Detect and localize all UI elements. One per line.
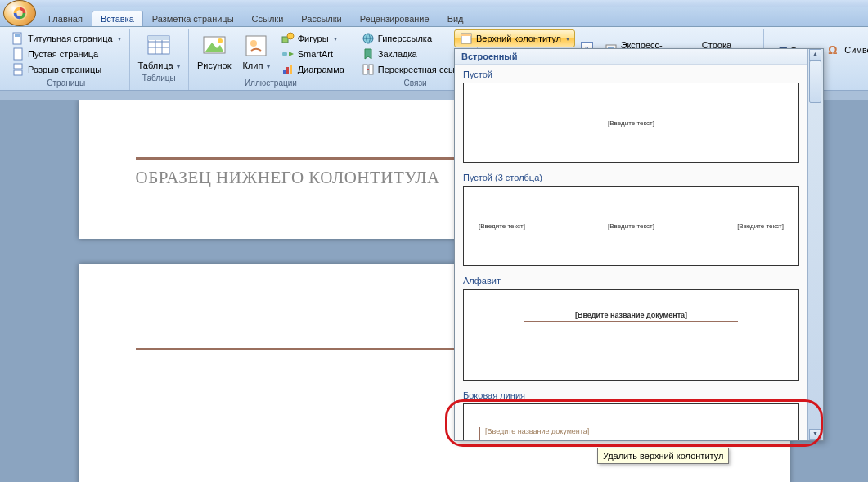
svg-rect-21 <box>283 70 286 74</box>
svg-rect-5 <box>14 70 22 75</box>
svg-rect-15 <box>246 36 266 56</box>
tab-refs[interactable]: Ссылки <box>243 11 293 26</box>
tab-view[interactable]: Вид <box>438 11 473 26</box>
crossref-icon <box>362 63 375 76</box>
svg-marker-20 <box>289 52 294 56</box>
tab-layout[interactable]: Разметка страницы <box>143 11 243 26</box>
clip-icon <box>243 33 269 59</box>
gallery-item-label: Боковая линия <box>463 390 799 400</box>
chart-icon <box>281 63 295 76</box>
scroll-down-arrow[interactable]: ▼ <box>809 429 821 440</box>
hyperlink-icon <box>362 32 375 45</box>
group-tables: Таблица ▾ Таблицы <box>130 29 189 90</box>
tab-mail[interactable]: Рассылки <box>292 11 350 26</box>
preview-placeholder: [Введите текст] <box>737 223 784 230</box>
header-dropdown-button[interactable]: Верхний колонтитул ▾ <box>454 29 575 47</box>
svg-rect-25 <box>363 65 367 74</box>
gallery-item-empty[interactable]: Пустой [Введите текст] <box>455 65 807 168</box>
preview-placeholder: [Введите название документа] <box>575 311 687 319</box>
blank-page-icon <box>11 47 25 61</box>
gallery-item-label: Пустой <box>463 70 799 79</box>
gallery-preview: [Введите текст] [Введите текст] [Введите… <box>463 186 799 266</box>
gallery-item-side[interactable]: Боковая линия [Введите название документ… <box>455 385 807 440</box>
chevron-down-icon: ▾ <box>566 35 569 43</box>
smartart-button[interactable]: SmartArt <box>278 47 348 61</box>
table-icon <box>146 33 172 59</box>
blank-page-label: Пустая страница <box>28 49 98 59</box>
bookmark-icon <box>362 47 375 61</box>
svg-point-14 <box>218 38 223 43</box>
preview-placeholder: [Введите название документа] <box>485 427 589 435</box>
page-break-icon <box>11 63 25 76</box>
omega-icon: Ω <box>828 43 841 56</box>
svg-rect-26 <box>369 65 373 74</box>
chart-button[interactable]: Диаграмма <box>278 62 348 77</box>
preview-rule <box>524 321 738 322</box>
office-button[interactable] <box>3 0 36 26</box>
gallery-scrollbar[interactable]: ▲ ▼ <box>807 49 823 440</box>
chevron-down-icon: ▾ <box>118 35 121 43</box>
chevron-down-icon: ▾ <box>175 63 180 70</box>
picture-label: Рисунок <box>197 61 232 70</box>
group-pages: Титульная страница▾ Пустая страница Разр… <box>3 29 130 90</box>
svg-point-18 <box>287 33 294 39</box>
blank-page-button[interactable]: Пустая страница <box>8 47 124 61</box>
picture-button[interactable]: Рисунок <box>194 31 235 72</box>
title-page-icon <box>11 32 25 45</box>
title-page-button[interactable]: Титульная страница▾ <box>8 31 124 46</box>
smartart-icon <box>281 47 295 61</box>
preview-placeholder: [Введите текст] <box>608 119 654 127</box>
shapes-button[interactable]: Фигуры▾ <box>278 31 348 46</box>
tooltip: Удалить верхний колонтитул <box>597 448 729 464</box>
svg-rect-2 <box>15 34 20 37</box>
header-label: Верхний колонтитул <box>476 34 561 43</box>
gallery-preview: [Введите название документа] <box>463 403 799 440</box>
gallery-item-label: Алфавит <box>463 276 799 286</box>
table-button[interactable]: Таблица ▾ <box>135 31 183 72</box>
gallery-preview: [Введите текст] <box>463 83 799 163</box>
gallery-item-alpha[interactable]: Алфавит [Введите название документа] <box>455 271 807 385</box>
clip-button[interactable]: Клип ▾ <box>239 31 272 72</box>
chevron-down-icon: ▾ <box>334 35 337 43</box>
header-icon <box>460 32 473 45</box>
svg-rect-11 <box>148 36 169 40</box>
group-illustrations: Рисунок Клип ▾ Фигуры▾ SmartArt Диаграмм… <box>189 29 353 90</box>
gallery-section-builtin: Встроенный <box>455 49 807 65</box>
picture-icon <box>201 33 227 59</box>
header-gallery: Встроенный Пустой [Введите текст] Пустой… <box>454 48 824 441</box>
title-page-label: Титульная страница <box>28 34 113 43</box>
preview-placeholder: [Введите текст] <box>479 223 525 230</box>
chevron-down-icon: ▾ <box>264 63 269 70</box>
page-break-button[interactable]: Разрыв страницы <box>8 62 124 77</box>
chart-label: Диаграмма <box>298 65 344 74</box>
tab-main[interactable]: Главная <box>39 11 92 26</box>
svg-point-19 <box>282 52 287 56</box>
svg-rect-17 <box>282 37 288 43</box>
shapes-label: Фигуры <box>298 34 329 43</box>
symbol-button[interactable]: ΩСимво <box>825 43 868 57</box>
smartart-label: SmartArt <box>298 49 333 59</box>
tab-review[interactable]: Рецензирование <box>351 11 438 26</box>
svg-point-16 <box>250 40 257 47</box>
gallery-item-label: Пустой (3 столбца) <box>463 173 799 182</box>
tab-insert[interactable]: Вставка <box>92 11 143 26</box>
svg-rect-4 <box>14 64 22 69</box>
preview-placeholder: [Введите текст] <box>608 223 654 230</box>
group-tables-label: Таблицы <box>135 72 183 85</box>
svg-rect-23 <box>290 65 292 74</box>
shapes-icon <box>281 32 295 45</box>
scroll-thumb[interactable] <box>809 61 821 103</box>
group-pages-label: Страницы <box>8 77 124 90</box>
scroll-up-arrow[interactable]: ▲ <box>809 49 821 61</box>
svg-rect-28 <box>461 34 471 36</box>
hyperlink-label: Гиперссылка <box>378 34 432 43</box>
symbol-label: Симво <box>844 45 868 55</box>
group-illus-label: Иллюстрации <box>194 77 348 90</box>
ribbon-tabs: Главная Вставка Разметка страницы Ссылки… <box>0 7 868 27</box>
svg-rect-22 <box>286 67 289 74</box>
clip-label: Клип <box>242 61 263 70</box>
gallery-preview: [Введите название документа] <box>463 289 799 381</box>
bookmark-label: Закладка <box>378 49 417 59</box>
table-label: Таблица <box>138 61 173 70</box>
gallery-item-empty3[interactable]: Пустой (3 столбца) [Введите текст] [Введ… <box>455 168 807 271</box>
